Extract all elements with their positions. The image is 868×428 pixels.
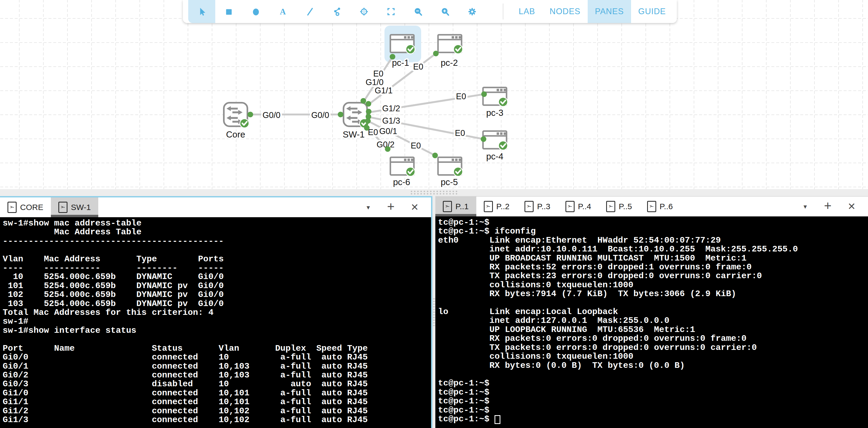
toolbar-separator	[503, 3, 503, 20]
link-endpoint-dot	[432, 153, 438, 158]
node-pc-2[interactable]	[438, 35, 463, 54]
drawing-tools	[183, 0, 486, 23]
node-Core[interactable]	[224, 103, 249, 128]
node-label: pc-3	[486, 108, 503, 118]
topology-canvas[interactable]: G0/0G0/0E0G1/0G1/1E0G1/2E0G1/3E0G0/1E0G0…	[0, 0, 868, 189]
node-pc-4[interactable]	[483, 131, 508, 150]
terminal-tab-P..4[interactable]: P..4	[558, 197, 599, 217]
terminal-cursor	[495, 415, 500, 424]
terminal-tab-P..6[interactable]: P..6	[640, 197, 681, 217]
crosshair-tool-button[interactable]	[350, 0, 377, 23]
terminal-tab-label: SW-1	[71, 203, 91, 212]
add-pane-icon[interactable]: +	[387, 200, 395, 213]
terminal-icon	[58, 202, 67, 213]
terminal-tab-SW-1[interactable]: SW-1	[51, 197, 98, 217]
horizontal-pane-divider[interactable]	[0, 189, 868, 196]
nav-tab-panes[interactable]: PANES	[588, 0, 631, 23]
node-label: SW-1	[343, 129, 365, 139]
status-check-icon	[498, 97, 508, 106]
crosshair-icon	[359, 7, 369, 17]
terminal-tabbar-right: P..1P..2P..3P..4P..5P..6 ▼+✕	[435, 197, 868, 217]
link-endpoint-dot	[361, 98, 366, 104]
add-pane-icon[interactable]: +	[824, 199, 832, 212]
zoom-out-tool-button[interactable]	[405, 0, 432, 23]
nav-tab-lab[interactable]: LAB	[512, 0, 542, 23]
node-pc-6[interactable]	[390, 157, 415, 176]
close-pane-icon[interactable]: ✕	[848, 202, 856, 211]
terminal-icon	[647, 201, 656, 212]
status-check-icon	[454, 167, 463, 176]
node-pc-1[interactable]	[390, 35, 415, 54]
terminal-output-sw1: sw-1#show mac address-table Mac Address …	[0, 217, 431, 424]
line-icon	[305, 7, 315, 17]
zoom-in-icon	[440, 7, 450, 17]
terminal-pc1[interactable]: tc@pc-1:~$ tc@pc-1:~$ ifconfig eth0 Link…	[435, 217, 868, 428]
settings-tool-button[interactable]	[459, 0, 486, 23]
link-endpoint-dot	[366, 101, 371, 107]
link-label: G0/0	[262, 110, 280, 120]
ellipse-tool-button[interactable]	[242, 0, 269, 23]
fit-screen-icon	[386, 7, 396, 17]
node-label: pc-5	[441, 177, 458, 187]
link-label: E0	[413, 62, 423, 71]
status-check-icon	[406, 167, 415, 176]
line-tool-button[interactable]	[297, 0, 323, 23]
nav-tab-nodes[interactable]: NODES	[542, 0, 588, 23]
vertical-pane-divider[interactable]	[432, 196, 435, 428]
zoom-out-icon	[413, 7, 423, 17]
terminal-tab-label: P..5	[619, 202, 632, 211]
collapse-pane-icon[interactable]: ▼	[802, 204, 808, 209]
terminal-tab-label: P..1	[456, 202, 469, 211]
terminal-pane-left: CORESW-1 ▼+✕ sw-1#show mac address-table…	[0, 196, 432, 428]
terminal-tab-label: P..3	[537, 202, 551, 211]
node-label: pc-2	[441, 58, 458, 68]
pointer-tool-button[interactable]	[188, 0, 215, 23]
link-endpoint-dot	[364, 125, 370, 131]
link-endpoint-dot	[338, 112, 343, 118]
terminal-pane-right: P..1P..2P..3P..4P..5P..6 ▼+✕ tc@pc-1:~$ …	[435, 196, 868, 428]
link-label: G1/0	[366, 77, 383, 87]
collapse-pane-icon[interactable]: ▼	[366, 205, 371, 210]
terminal-tabbar-left: CORESW-1 ▼+✕	[0, 197, 431, 217]
terminal-tab-CORE[interactable]: CORE	[0, 197, 51, 217]
node-pc-3[interactable]	[483, 88, 508, 106]
terminal-output-pc1: tc@pc-1:~$ tc@pc-1:~$ ifconfig eth0 Link…	[435, 217, 868, 423]
close-pane-icon[interactable]: ✕	[411, 202, 419, 212]
link-label: G1/3	[382, 116, 400, 126]
status-check-icon	[454, 45, 463, 54]
node-SW-1[interactable]	[343, 103, 369, 128]
node-pc-5[interactable]	[438, 157, 463, 176]
rectangle-tool-button[interactable]	[215, 0, 242, 23]
divider-drag-handle-icon[interactable]	[410, 190, 458, 195]
link-label: G0/0	[311, 110, 329, 120]
node-label: Core	[226, 129, 245, 139]
link-endpoint-dot	[366, 109, 372, 114]
terminal-icon	[7, 202, 17, 213]
link-endpoint-dot	[385, 146, 391, 152]
terminal-tab-P..2[interactable]: P..2	[476, 197, 517, 217]
terminal-tab-P..5[interactable]: P..5	[599, 197, 640, 217]
ellipse-icon	[251, 7, 261, 17]
terminal-tab-P..3[interactable]: P..3	[517, 197, 558, 217]
add-node-tool-button[interactable]	[323, 0, 350, 23]
link-label: E0	[373, 69, 383, 78]
zoom-in-tool-button[interactable]	[432, 0, 459, 23]
add-node-icon	[332, 7, 342, 17]
terminal-icon	[443, 201, 452, 212]
network-lab-app: G0/0G0/0E0G1/0G1/1E0G1/2E0G1/3E0G0/1E0G0…	[0, 0, 868, 428]
terminal-icon	[525, 201, 534, 212]
settings-icon	[467, 7, 477, 17]
terminal-sw1[interactable]: sw-1#show mac address-table Mac Address …	[0, 217, 431, 428]
divider-drag-handle-icon[interactable]	[433, 297, 435, 327]
nav-tab-guide[interactable]: GUIDE	[631, 0, 673, 23]
link-endpoint-dot	[482, 92, 487, 97]
text-tool-button[interactable]	[269, 0, 297, 23]
link-endpoint-dot	[433, 51, 439, 57]
canvas-grid	[0, 0, 868, 189]
pane-controls-right: ▼+✕	[802, 197, 868, 217]
fit-screen-tool-button[interactable]	[377, 0, 405, 23]
terminal-tab-P..1[interactable]: P..1	[435, 197, 476, 217]
link-label: E0	[411, 141, 421, 150]
terminal-icon	[606, 201, 615, 212]
node-label: pc-1	[392, 58, 409, 68]
